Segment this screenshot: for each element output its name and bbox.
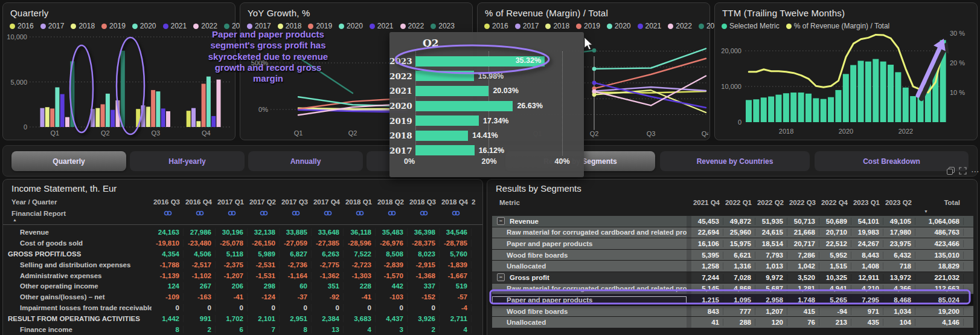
table-row[interactable]: Raw material for corrugated cardboard an… <box>492 284 973 294</box>
cell: -92 <box>312 293 344 301</box>
column-header[interactable]: 2018 Q3 <box>408 198 440 206</box>
tooltip-row: 202120.03% <box>389 83 584 99</box>
link-icon[interactable] <box>228 210 236 216</box>
expand-icon[interactable] <box>959 167 967 175</box>
legend-item[interactable]: 2016 <box>10 22 34 30</box>
legend-item[interactable]: 2017 <box>515 22 539 30</box>
legend-item[interactable]: 2019 <box>101 22 126 30</box>
tab-cost-breakdown[interactable]: Cost Breakdown <box>815 151 969 171</box>
column-header[interactable]: 2022 Q3 <box>787 199 819 206</box>
legend-item[interactable]: 2017 <box>40 22 65 30</box>
table-row[interactable]: Wood fibre boards8437771,207415-949711,0… <box>492 306 973 317</box>
cell: 104 <box>883 319 915 326</box>
column-header[interactable]: 2016 Q4 <box>184 198 216 206</box>
column-header[interactable]: 2023 Q2 <box>883 199 915 206</box>
legend-item[interactable]: 2022 <box>668 22 692 30</box>
legend-dot-icon <box>339 24 344 29</box>
more-icon[interactable]: ⋯ <box>971 168 979 174</box>
cell: 20,710 <box>819 229 851 236</box>
tooltip-bar <box>415 131 468 141</box>
tab-half-yearly[interactable]: Half-yearly <box>130 151 245 171</box>
legend-item[interactable]: 2022 <box>400 22 424 30</box>
sort-icon[interactable]: ▲ <box>3 218 482 223</box>
legend-item[interactable]: 2020 <box>339 22 363 30</box>
legend-item[interactable]: 2021 <box>638 22 662 30</box>
legend-item[interactable]: 2019 <box>576 22 600 30</box>
table-row[interactable]: Paper and paper products16,10615,97518,5… <box>492 238 973 249</box>
bar <box>828 97 834 122</box>
link-icon[interactable] <box>388 210 396 216</box>
column-header[interactable]: 2017 Q3 <box>280 198 312 206</box>
table-row[interactable]: RESULT FROM OPERATING ACTIVITIES1,442991… <box>3 313 482 324</box>
table-row[interactable]: Wood fibre boards5,3956,6217,7937,2865,9… <box>492 250 973 261</box>
legend-item[interactable]: 2021 <box>163 22 187 30</box>
column-header[interactable]: 2023 Q1 <box>851 199 883 206</box>
table-row[interactable]: Other operating income124267206298603512… <box>3 281 482 291</box>
legend-dot-icon <box>515 24 520 29</box>
ttm-combo-chart[interactable]: 010,00020,00010 %20 %30 %201820202022 <box>717 25 976 138</box>
table-title: Results by Segments <box>496 183 581 194</box>
table-row[interactable]: Administrative expenses-1,139-1,102-1,20… <box>3 270 482 281</box>
collapse-icon[interactable]: − <box>497 273 505 281</box>
svg-text:2020: 2020 <box>839 128 853 135</box>
column-header[interactable]: 2017 Q2 <box>248 198 280 206</box>
legend-item[interactable]: 2020 <box>132 22 156 30</box>
link-icon[interactable] <box>260 210 268 216</box>
column-header[interactable]: 2022 Q1 <box>723 199 755 206</box>
table-row[interactable]: Revenue24,16327,98630,19632,13833,88533,… <box>3 227 482 238</box>
cell: 4,210 <box>851 285 883 292</box>
cell: 21,668 <box>787 229 819 236</box>
table-row[interactable]: Selling and distribution expenses-1,788-… <box>3 259 482 270</box>
tab-quarterly[interactable]: Quarterly <box>11 151 126 171</box>
legend-item[interactable]: 2021 <box>370 22 394 30</box>
table-row[interactable]: Unallocated1,2581,3161,0131,0421,5151,40… <box>492 261 973 272</box>
legend-item[interactable]: 2023 <box>431 22 455 30</box>
link-icon[interactable] <box>356 210 364 216</box>
column-header[interactable]: 2022 Q4 <box>819 199 851 206</box>
column-header[interactable]: Metric <box>492 199 687 206</box>
sort-icon[interactable]: ▼ <box>915 209 964 214</box>
link-icon[interactable] <box>292 210 300 216</box>
table-row[interactable]: GROSS PROFIT/LOSS4,3544,5065,1185,9896,8… <box>3 249 482 259</box>
cell: 50,713 <box>787 218 819 225</box>
tab-annually[interactable]: Annually <box>248 151 363 171</box>
column-header[interactable]: Year / Quarter <box>3 198 152 206</box>
table-row[interactable]: Finance income82678134324 <box>3 324 482 335</box>
cell: 33,648 <box>312 229 344 236</box>
legend-item[interactable]: 2020 <box>607 22 631 30</box>
legend-label: 2020 <box>615 22 631 30</box>
column-header[interactable]: 2018 Q1 <box>344 198 376 206</box>
legend-dot-icon <box>545 24 551 29</box>
column-header[interactable]: 2021 Q4 <box>691 199 723 206</box>
legend-item[interactable]: 2018 <box>71 22 95 30</box>
table-row[interactable]: Cost of goods sold-19,810-23,480-25,078-… <box>3 238 482 249</box>
subheader[interactable]: Financial Report <box>3 207 152 218</box>
legend-item[interactable]: 2016 <box>484 22 508 30</box>
table-row[interactable]: −Gross profit7,2447,0289,9723,52010,3251… <box>492 272 973 283</box>
tab-revenue-by-countries[interactable]: Revenue by Countries <box>660 151 810 171</box>
svg-text:5,000: 5,000 <box>10 79 27 86</box>
link-icon[interactable] <box>324 210 332 216</box>
table-row[interactable]: Impairment losses from trade receivables… <box>3 302 482 313</box>
table-row[interactable]: Other gains/(losses) – net-109-163-41-12… <box>3 291 482 302</box>
link-icon[interactable] <box>164 210 172 216</box>
table-row[interactable]: −Revenue45,45349,87251,93550,71350,68954… <box>492 216 973 227</box>
svg-text:0%: 0% <box>258 106 268 113</box>
link-icon[interactable] <box>420 210 428 216</box>
column-header[interactable]: 2018 Q4 <box>440 198 472 206</box>
table-row[interactable]: Unallocated41288120762134351044,146 <box>492 317 973 328</box>
link-icon[interactable] <box>452 210 460 216</box>
collapse-icon[interactable]: − <box>497 217 505 225</box>
column-header[interactable]: 2017 Q1 <box>216 198 248 206</box>
tab-label: Annually <box>290 157 321 166</box>
column-header[interactable]: 2016 Q3 <box>152 198 184 206</box>
table-row[interactable]: Raw material for corrugated cardboard an… <box>492 227 973 238</box>
link-icon[interactable] <box>196 210 204 216</box>
table-row-highlighted[interactable]: Paper and paper products1,2151,0952,9581… <box>492 294 973 305</box>
legend-item[interactable]: 2018 <box>545 22 569 30</box>
copy-icon[interactable] <box>947 167 955 175</box>
column-header[interactable]: 2017 Q4 <box>312 198 344 206</box>
column-header[interactable]: Total <box>915 199 964 206</box>
column-header[interactable]: 2018 Q2 <box>376 198 408 206</box>
column-header[interactable]: 2022 Q2 <box>755 199 787 206</box>
